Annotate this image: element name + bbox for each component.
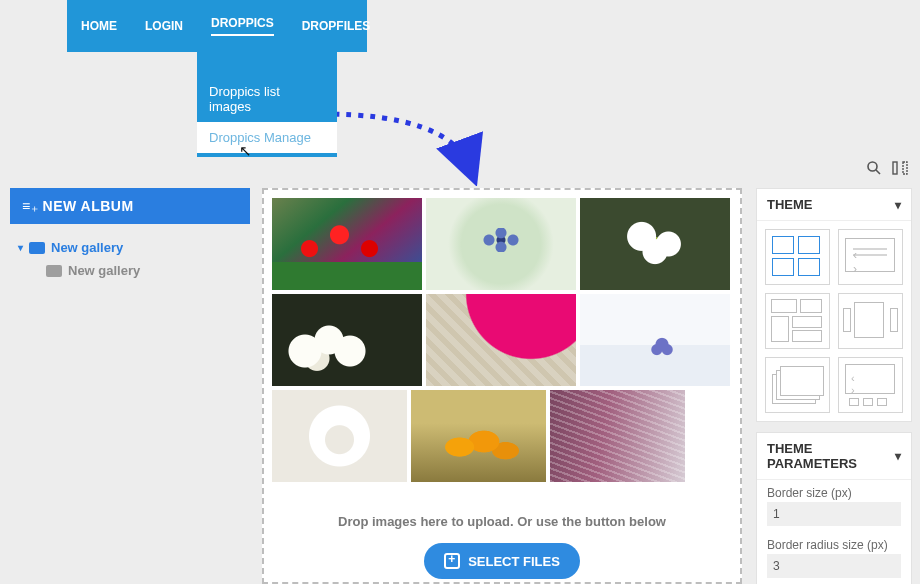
thumbnail[interactable]: [426, 294, 576, 386]
folder-icon: [46, 265, 62, 277]
caret-down-icon: ▾: [18, 242, 23, 253]
upload-icon: [444, 553, 460, 569]
tree-item-child-label: New gallery: [68, 263, 140, 278]
dropdown-manage-label: Droppics Manage: [209, 130, 311, 145]
dropzone-text: Drop images here to upload. Or use the b…: [272, 514, 732, 529]
chevron-down-icon: ▾: [895, 198, 901, 212]
tree-item-child[interactable]: New gallery: [44, 259, 244, 282]
nav-home[interactable]: HOME: [67, 0, 131, 52]
svg-point-1: [868, 162, 877, 171]
droppics-dropdown: Droppics list images Droppics Manage ↖: [197, 52, 337, 157]
new-album-button[interactable]: NEW ALBUM: [10, 188, 250, 224]
select-files-button[interactable]: SELECT FILES: [424, 543, 580, 579]
svg-line-2: [876, 170, 880, 174]
border-size-label: Border size (px): [757, 480, 911, 502]
theme-title: THEME: [767, 197, 813, 212]
nav-droppics-label: DROPPICS: [211, 16, 274, 36]
nav-login-label: LOGIN: [145, 19, 183, 33]
border-radius-label: Border radius size (px): [757, 532, 911, 554]
thumbnail[interactable]: [272, 390, 407, 482]
cursor-icon: ↖: [239, 142, 252, 160]
sidebar: NEW ALBUM ▾ New gallery New gallery: [10, 188, 250, 294]
thumbnail[interactable]: [580, 294, 730, 386]
nav-home-label: HOME: [81, 19, 117, 33]
nav-dropfiles-label: DROPFILES: [302, 19, 371, 33]
top-nav: HOME LOGIN DROPPICS DROPFILES: [67, 0, 367, 52]
columns-icon[interactable]: [892, 160, 908, 180]
theme-option-carousel[interactable]: [838, 293, 903, 349]
theme-option-slider[interactable]: [838, 229, 903, 285]
dropdown-list-images[interactable]: Droppics list images: [197, 76, 337, 122]
new-album-label: NEW ALBUM: [43, 198, 134, 214]
dropdown-manage[interactable]: Droppics Manage ↖: [197, 122, 337, 153]
toolbar-icons: [866, 160, 908, 180]
search-icon[interactable]: [866, 160, 882, 180]
select-files-label: SELECT FILES: [468, 554, 560, 569]
thumbnail[interactable]: [550, 390, 685, 482]
theme-params-panel: THEME PARAMETERS ▾ Border size (px) Bord…: [756, 432, 912, 584]
tree-item-root[interactable]: ▾ New gallery: [16, 236, 244, 259]
border-size-input[interactable]: [767, 502, 901, 526]
theme-option-stack[interactable]: [765, 357, 830, 413]
theme-params-title: THEME PARAMETERS: [767, 441, 895, 471]
theme-option-masonry[interactable]: [765, 293, 830, 349]
theme-options: [757, 221, 911, 421]
theme-panel: THEME ▾: [756, 188, 912, 422]
svg-rect-4: [903, 162, 907, 174]
workspace: NEW ALBUM ▾ New gallery New gallery: [0, 152, 920, 584]
gallery-panel: Drop images here to upload. Or use the b…: [262, 188, 742, 584]
theme-panel-header[interactable]: THEME ▾: [757, 189, 911, 221]
right-column: THEME ▾ THEME PARAMETERS ▾ Border size (…: [756, 188, 912, 584]
thumbnail[interactable]: [411, 390, 546, 482]
folder-icon: [29, 242, 45, 254]
thumbnail[interactable]: [426, 198, 576, 290]
thumbnail-grid: [272, 198, 732, 482]
border-radius-input[interactable]: [767, 554, 901, 578]
nav-droppics[interactable]: DROPPICS: [197, 0, 288, 52]
thumbnail[interactable]: [272, 294, 422, 386]
theme-option-grid[interactable]: [765, 229, 830, 285]
svg-rect-3: [893, 162, 897, 174]
theme-option-slideshow[interactable]: [838, 357, 903, 413]
nav-login[interactable]: LOGIN: [131, 0, 197, 52]
tree-item-root-label: New gallery: [51, 240, 123, 255]
theme-params-header[interactable]: THEME PARAMETERS ▾: [757, 433, 911, 480]
gallery-tree: ▾ New gallery New gallery: [10, 224, 250, 294]
thumbnail[interactable]: [580, 198, 730, 290]
chevron-down-icon: ▾: [895, 449, 901, 463]
nav-dropfiles[interactable]: DROPFILES: [288, 0, 385, 52]
thumbnail[interactable]: [272, 198, 422, 290]
